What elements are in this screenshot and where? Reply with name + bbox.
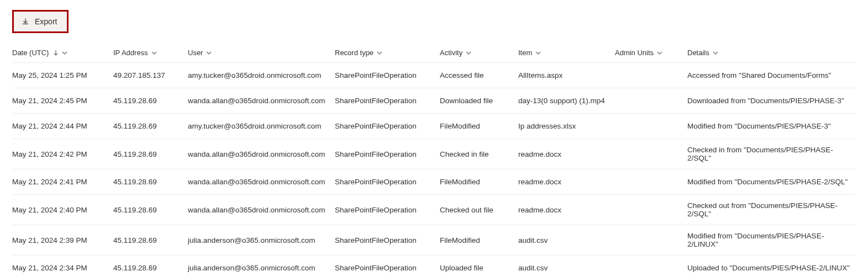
column-header-label: Admin Units	[615, 49, 654, 57]
column-header-label: Date (UTC)	[12, 49, 49, 57]
chevron-down-icon	[206, 50, 212, 56]
cell-ip: 45.119.28.69	[113, 236, 188, 244]
cell-record: SharePointFileOperation	[335, 264, 440, 272]
cell-activity: Checked in file	[440, 150, 518, 158]
export-button-label: Export	[35, 17, 57, 26]
cell-details: Checked out from "Documents/PIES/PHASE-2…	[687, 201, 856, 218]
cell-date: May 21, 2024 2:34 PM	[12, 264, 113, 272]
cell-item: audit.csv	[518, 236, 615, 244]
chevron-down-icon	[657, 50, 662, 56]
cell-activity: FileModified	[440, 122, 518, 130]
cell-date: May 21, 2024 2:40 PM	[12, 206, 113, 214]
cell-date: May 21, 2024 2:42 PM	[12, 150, 113, 158]
cell-activity: Downloaded file	[440, 97, 518, 105]
cell-activity: Accessed file	[440, 71, 518, 79]
table-row[interactable]: May 21, 2024 2:42 PM45.119.28.69wanda.al…	[12, 139, 856, 169]
table-row[interactable]: May 21, 2024 2:39 PM45.119.28.69julia.an…	[12, 225, 856, 255]
cell-activity: Uploaded file	[440, 264, 518, 272]
table-header-row: Date (UTC) IP Address User	[12, 45, 856, 63]
cell-ip: 45.119.28.69	[113, 178, 188, 186]
column-header-item[interactable]: Item	[518, 49, 615, 57]
cell-record: SharePointFileOperation	[335, 122, 440, 130]
column-header-admin-units[interactable]: Admin Units	[615, 49, 687, 57]
cell-item: Ip addresses.xlsx	[518, 122, 615, 130]
column-header-details[interactable]: Details	[687, 49, 856, 57]
chevron-down-icon	[62, 50, 67, 56]
cell-record: SharePointFileOperation	[335, 97, 440, 105]
table-row[interactable]: May 21, 2024 2:45 PM45.119.28.69wanda.al…	[12, 88, 856, 114]
cell-ip: 49.207.185.137	[113, 71, 188, 79]
cell-date: May 21, 2024 2:39 PM	[12, 236, 113, 244]
chevron-down-icon	[466, 50, 471, 56]
cell-details: Checked in from "Documents/PIES/PHASE-2/…	[687, 146, 856, 162]
cell-user: wanda.allan@o365droid.onmicrosoft.com	[188, 206, 335, 214]
column-header-date[interactable]: Date (UTC)	[12, 49, 113, 57]
column-header-label: IP Address	[113, 49, 148, 57]
cell-ip: 45.119.28.69	[113, 97, 188, 105]
cell-item: readme.docx	[518, 150, 615, 158]
column-header-label: User	[188, 49, 203, 57]
cell-details: Downloaded from "Documents/PIES/PHASE-3"	[687, 97, 856, 105]
cell-activity: FileModified	[440, 178, 518, 186]
cell-record: SharePointFileOperation	[335, 150, 440, 158]
cell-item: readme.docx	[518, 206, 615, 214]
cell-ip: 45.119.28.69	[113, 150, 188, 158]
cell-details: Uploaded to "Documents/PIES/PHASE-2/LINU…	[687, 264, 856, 272]
table-row[interactable]: May 21, 2024 2:34 PM45.119.28.69julia.an…	[12, 255, 856, 277]
download-icon	[22, 18, 29, 25]
column-header-label: Activity	[440, 49, 462, 57]
column-header-activity[interactable]: Activity	[440, 49, 518, 57]
table-row[interactable]: May 21, 2024 2:44 PM45.119.28.69amy.tuck…	[12, 114, 856, 139]
cell-activity: FileModified	[440, 236, 518, 244]
cell-record: SharePointFileOperation	[335, 71, 440, 79]
cell-user: wanda.allan@o365droid.onmicrosoft.com	[188, 150, 335, 158]
cell-item: audit.csv	[518, 264, 615, 272]
cell-ip: 45.119.28.69	[113, 264, 188, 272]
cell-date: May 21, 2024 2:41 PM	[12, 178, 113, 186]
cell-user: julia.anderson@o365.onmicrosoft.com	[188, 264, 335, 272]
sort-descending-icon	[53, 50, 59, 56]
cell-item: day-13(0 support) (1).mp4	[518, 97, 615, 105]
table-row[interactable]: May 21, 2024 2:41 PM45.119.28.69wanda.al…	[12, 169, 856, 195]
column-header-user[interactable]: User	[188, 49, 335, 57]
column-header-label: Details	[687, 49, 709, 57]
cell-user: wanda.allan@o365droid.onmicrosoft.com	[188, 178, 335, 186]
column-header-record-type[interactable]: Record type	[335, 49, 440, 57]
cell-date: May 25, 2024 1:25 PM	[12, 71, 113, 79]
chevron-down-icon	[151, 50, 157, 56]
cell-user: amy.tucker@o365droid.onmicrosoft.com	[188, 71, 335, 79]
cell-activity: Checked out file	[440, 206, 518, 214]
cell-details: Modified from "Documents/PIES/PHASE-2/SQ…	[687, 178, 856, 186]
column-header-label: Item	[518, 49, 532, 57]
cell-record: SharePointFileOperation	[335, 236, 440, 244]
cell-date: May 21, 2024 2:45 PM	[12, 97, 113, 105]
column-header-label: Record type	[335, 49, 373, 57]
cell-record: SharePointFileOperation	[335, 206, 440, 214]
export-button[interactable]: Export	[12, 10, 69, 33]
cell-record: SharePointFileOperation	[335, 178, 440, 186]
chevron-down-icon	[377, 50, 382, 56]
table-row[interactable]: May 25, 2024 1:25 PM49.207.185.137amy.tu…	[12, 63, 856, 88]
cell-user: wanda.allan@o365droid.onmicrosoft.com	[188, 97, 335, 105]
cell-item: readme.docx	[518, 178, 615, 186]
column-header-ip[interactable]: IP Address	[113, 49, 188, 57]
chevron-down-icon	[713, 50, 718, 56]
cell-details: Accessed from "Shared Documents/Forms"	[687, 71, 856, 79]
cell-date: May 21, 2024 2:44 PM	[12, 122, 113, 130]
cell-ip: 45.119.28.69	[113, 122, 188, 130]
audit-log-table: Date (UTC) IP Address User	[12, 45, 856, 277]
cell-item: AllItems.aspx	[518, 71, 615, 79]
cell-user: julia.anderson@o365.onmicrosoft.com	[188, 236, 335, 244]
cell-user: amy.tucker@o365droid.onmicrosoft.com	[188, 122, 335, 130]
chevron-down-icon	[535, 50, 541, 56]
cell-details: Modified from "Documents/PIES/PHASE-3"	[687, 122, 856, 130]
cell-ip: 45.119.28.69	[113, 206, 188, 214]
cell-details: Modified from "Documents/PIES/PHASE-2/LI…	[687, 232, 856, 248]
table-row[interactable]: May 21, 2024 2:40 PM45.119.28.69wanda.al…	[12, 195, 856, 225]
